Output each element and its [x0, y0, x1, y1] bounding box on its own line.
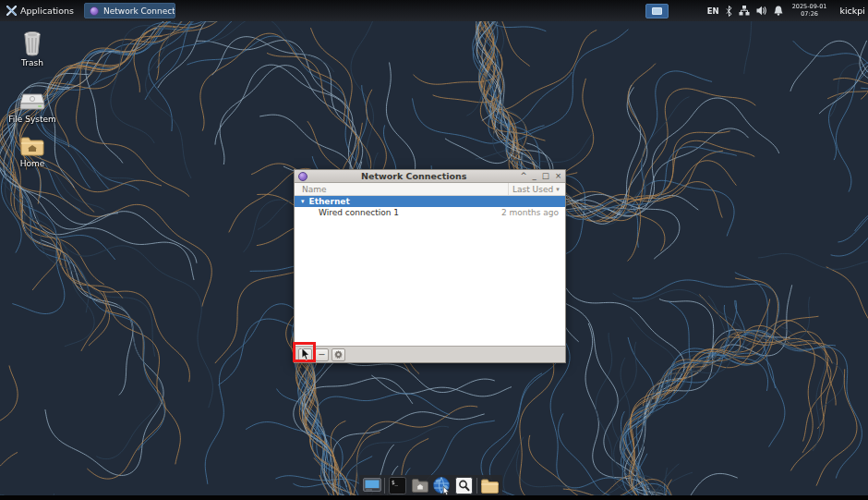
- keyboard-layout-indicator[interactable]: EN: [707, 6, 719, 16]
- bottom-screen-strip: [0, 495, 868, 500]
- show-desktop-icon: [363, 478, 381, 494]
- connection-last-used: 2 months ago: [501, 208, 565, 217]
- edit-connection-button[interactable]: [332, 348, 345, 361]
- window-toolbar: + −: [295, 346, 565, 362]
- window-controls: ^ _ □ ×: [520, 172, 561, 180]
- applications-logo-icon: [6, 6, 17, 16]
- network-connections-window: Network Connections ^ _ □ × Name Last Us…: [294, 169, 566, 363]
- minimize-button[interactable]: _: [533, 172, 536, 180]
- desktop-icon-trash[interactable]: Trash: [6, 30, 58, 67]
- dock-separator: [476, 478, 477, 494]
- file-manager-home-icon: [411, 478, 429, 494]
- close-button[interactable]: ×: [555, 172, 561, 180]
- applications-menu-button[interactable]: Applications: [2, 2, 78, 19]
- connection-list-empty-area: [295, 218, 565, 346]
- gear-icon: [334, 350, 343, 359]
- connection-row[interactable]: Wired connection 1 2 months ago: [295, 207, 565, 218]
- window-title: Network Connections: [307, 171, 520, 181]
- bluetooth-icon[interactable]: [726, 6, 732, 17]
- web-browser-icon: [432, 476, 452, 495]
- svg-text:$_: $_: [392, 479, 399, 486]
- workspace-switcher[interactable]: [645, 4, 669, 18]
- desktop-icon-home[interactable]: Home: [6, 135, 58, 168]
- desktop-icon-label: Home: [20, 159, 45, 168]
- expander-icon[interactable]: ▾: [301, 198, 305, 205]
- name-column-header[interactable]: Name: [295, 185, 508, 194]
- search-icon: [455, 477, 473, 494]
- bottom-dock: $_: [359, 475, 502, 496]
- dock-web-browser-button[interactable]: [432, 476, 452, 495]
- taskbar-window-label: Network Connections: [103, 6, 175, 16]
- ethernet-group-row[interactable]: ▾ Ethernet: [295, 196, 565, 207]
- system-tray: EN 2025-09-01 07:26 kickpi: [707, 4, 866, 18]
- maximize-button[interactable]: □: [542, 172, 549, 180]
- terminal-icon: $_: [389, 477, 406, 494]
- user-label: kickpi: [839, 6, 865, 16]
- dock-terminal-button[interactable]: $_: [388, 476, 407, 495]
- workspace-monitor-icon: [652, 7, 662, 15]
- taskbar-window-button[interactable]: Network Connections: [84, 3, 175, 18]
- dock-show-desktop-button[interactable]: [362, 476, 381, 495]
- ethernet-group-label: Ethernet: [309, 197, 350, 206]
- top-panel: Applications Network Connections EN: [0, 0, 868, 21]
- trash-icon: [20, 30, 44, 56]
- dock-folder-button[interactable]: [480, 476, 500, 495]
- clock-time: 07:26: [792, 11, 827, 18]
- remove-connection-button[interactable]: −: [315, 348, 329, 361]
- desktop-icon-label: Trash: [21, 58, 43, 67]
- mouse-cursor: [301, 348, 311, 361]
- file-system-drive-icon: [18, 89, 46, 113]
- applications-menu-label: Applications: [20, 6, 74, 16]
- connection-name: Wired connection 1: [295, 208, 501, 217]
- panel-clock[interactable]: 2025-09-01 07:26: [792, 4, 827, 18]
- dock-search-button[interactable]: [454, 476, 474, 495]
- window-titlebar[interactable]: Network Connections ^ _ □ ×: [295, 170, 565, 183]
- last-used-column-header[interactable]: Last Used ▾: [508, 183, 565, 195]
- dock-file-manager-button[interactable]: [410, 476, 429, 495]
- desktop-icon-file-system[interactable]: File System: [6, 89, 58, 124]
- volume-icon[interactable]: [756, 6, 767, 16]
- sort-descending-icon: ▾: [556, 186, 560, 193]
- desktop-icon-label: File System: [8, 115, 55, 124]
- connection-list-header[interactable]: Name Last Used ▾: [295, 183, 565, 196]
- desktop-screen: Applications Network Connections EN: [0, 0, 868, 500]
- window-titlebar-icon: [298, 172, 307, 181]
- folder-icon: [480, 478, 500, 494]
- dock-separator: [384, 478, 385, 494]
- notifications-bell-icon[interactable]: [774, 6, 783, 16]
- network-wired-icon[interactable]: [739, 6, 750, 16]
- home-folder-icon: [19, 135, 45, 157]
- shade-button[interactable]: ^: [520, 172, 526, 180]
- network-manager-icon: [90, 6, 99, 16]
